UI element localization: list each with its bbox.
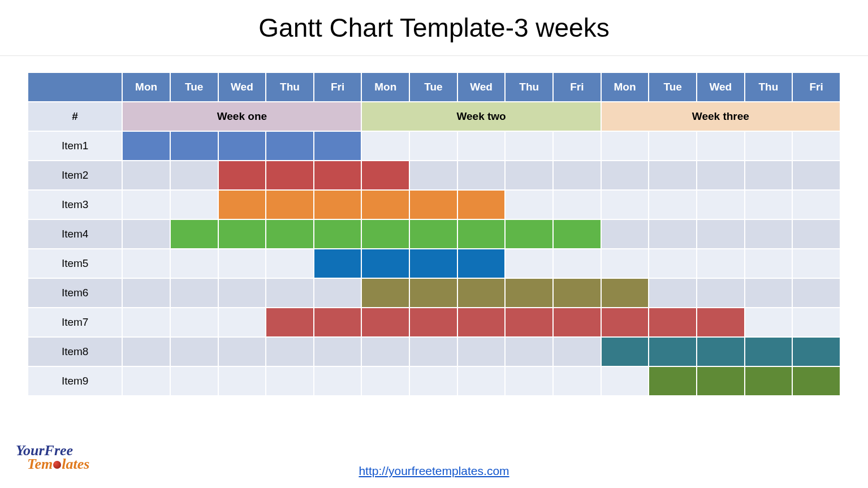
- gantt-bar-cell: [266, 132, 313, 160]
- gantt-bar-cell: [410, 279, 457, 307]
- gantt-bar-cell: [266, 220, 313, 248]
- gantt-cell: [506, 132, 552, 160]
- gantt-bar-cell: [649, 367, 696, 395]
- day-header: Mon: [602, 73, 649, 101]
- gantt-bar-cell: [410, 249, 457, 278]
- gantt-cell: [171, 308, 218, 336]
- gantt-bar-cell: [266, 161, 313, 189]
- gantt-bar-cell: [649, 308, 696, 336]
- footer: YourFree Temlates http://yourfreetemplat…: [0, 464, 868, 478]
- gantt-cell: [314, 367, 361, 395]
- gantt-cell: [554, 161, 601, 189]
- gantt-bar-cell: [362, 249, 409, 278]
- gantt-bar-cell: [458, 191, 505, 219]
- gantt-cell: [362, 367, 409, 395]
- gantt-cell: [602, 367, 649, 395]
- gantt-bar-cell: [458, 220, 505, 248]
- item-label: Item4: [28, 220, 122, 248]
- gantt-cell: [123, 249, 170, 278]
- gantt-cell: [745, 132, 792, 160]
- gantt-row: Item6: [28, 279, 840, 307]
- gantt-cell: [554, 367, 601, 395]
- gantt-bar-cell: [362, 279, 409, 307]
- day-header: Wed: [697, 73, 744, 101]
- item-label: Item2: [28, 161, 122, 189]
- gantt-cell: [649, 132, 696, 160]
- gantt-cell: [793, 191, 840, 219]
- gantt-bar-cell: [554, 279, 601, 307]
- item-label: Item6: [28, 279, 122, 307]
- day-header: Thu: [266, 73, 313, 101]
- gantt-row: Item5: [28, 249, 840, 278]
- gantt-row: Item8: [28, 338, 840, 366]
- gantt-chart: MonTueWedThuFriMonTueWedThuFriMonTueWedT…: [27, 72, 841, 396]
- gantt-cell: [123, 279, 170, 307]
- gantt-bar-cell: [266, 191, 313, 219]
- day-header: Fri: [554, 73, 601, 101]
- gantt-cell: [314, 279, 361, 307]
- gantt-cell: [602, 191, 649, 219]
- gantt-cell: [171, 161, 218, 189]
- gantt-cell: [506, 249, 552, 278]
- gantt-row: Item4: [28, 220, 840, 248]
- day-header: Thu: [506, 73, 552, 101]
- gantt-row: Item3: [28, 191, 840, 219]
- gantt-cell: [219, 367, 266, 395]
- gantt-bar-cell: [506, 220, 552, 248]
- item-label: Item1: [28, 132, 122, 160]
- gantt-cell: [554, 191, 601, 219]
- gantt-cell: [171, 338, 218, 366]
- gantt-cell: [697, 191, 744, 219]
- gantt-bar-cell: [554, 308, 601, 336]
- gantt-bar-cell: [314, 249, 361, 278]
- gantt-bar-cell: [602, 338, 649, 366]
- gantt-cell: [410, 367, 457, 395]
- gantt-cell: [649, 161, 696, 189]
- gantt-row: Item7: [28, 308, 840, 336]
- day-header: Thu: [745, 73, 792, 101]
- item-label: Item5: [28, 249, 122, 278]
- gantt-cell: [219, 279, 266, 307]
- gantt-bar-cell: [171, 132, 218, 160]
- gantt-table: MonTueWedThuFriMonTueWedThuFriMonTueWedT…: [27, 72, 841, 396]
- gantt-bar-cell: [745, 338, 792, 366]
- day-header: Fri: [793, 73, 840, 101]
- gantt-bar-cell: [314, 132, 361, 160]
- day-header: Mon: [123, 73, 170, 101]
- gantt-bar-cell: [602, 308, 649, 336]
- gantt-cell: [745, 308, 792, 336]
- gantt-cell: [506, 191, 552, 219]
- logo-ball-icon: [53, 461, 61, 469]
- day-header: Wed: [219, 73, 266, 101]
- gantt-cell: [506, 161, 552, 189]
- gantt-cell: [458, 338, 505, 366]
- gantt-cell: [410, 338, 457, 366]
- gantt-cell: [697, 161, 744, 189]
- week-header-row: #Week oneWeek twoWeek three: [28, 102, 840, 131]
- gantt-bar-cell: [314, 161, 361, 189]
- gantt-cell: [458, 161, 505, 189]
- gantt-bar-cell: [171, 220, 218, 248]
- item-label: Item7: [28, 308, 122, 336]
- week-header: Week two: [362, 102, 600, 131]
- day-header: Mon: [362, 73, 409, 101]
- gantt-cell: [745, 161, 792, 189]
- gantt-cell: [314, 338, 361, 366]
- gantt-cell: [171, 191, 218, 219]
- logo-text-a: Tem: [27, 456, 53, 472]
- gantt-row: Item2: [28, 161, 840, 189]
- logo-text-b: lates: [62, 456, 89, 472]
- gantt-cell: [649, 279, 696, 307]
- gantt-cell: [697, 220, 744, 248]
- item-label: Item8: [28, 338, 122, 366]
- gantt-bar-cell: [458, 249, 505, 278]
- footer-url[interactable]: http://yourfreetemplates.com: [359, 464, 509, 477]
- gantt-bar-cell: [362, 308, 409, 336]
- gantt-cell: [649, 220, 696, 248]
- gantt-cell: [506, 338, 552, 366]
- gantt-bar-cell: [697, 308, 744, 336]
- gantt-cell: [793, 220, 840, 248]
- gantt-cell: [554, 249, 601, 278]
- title-divider: [0, 55, 868, 56]
- week-header: Week three: [602, 102, 840, 131]
